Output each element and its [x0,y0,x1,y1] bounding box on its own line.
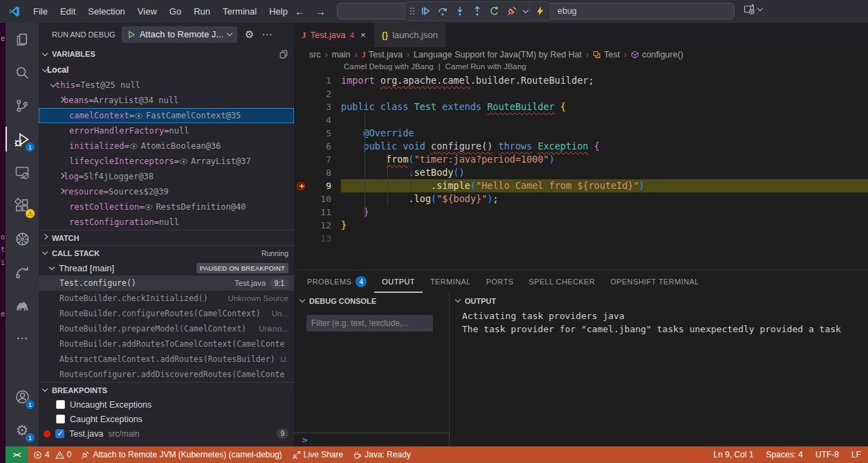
accounts-button[interactable]: 1 [6,380,39,413]
codelens-link[interactable]: Camel Run with JBang [445,62,526,71]
gutter[interactable] [294,232,309,245]
breakpoint-row[interactable]: Caught Exceptions [39,412,294,426]
breadcrumb-item[interactable]: Language Support for Java(TM) by Red Hat [414,50,582,60]
variable-row[interactable]: camelContext = FastCamelContext@35 [39,108,294,123]
java-status[interactable]: Java: Ready [353,450,411,460]
tab-launch-json[interactable]: {} launch.json [373,23,446,47]
restart-button[interactable] [486,3,503,19]
sidebar-item-remote-explorer[interactable] [6,156,39,189]
code-line[interactable]: 1import org.apache.camel.builder.RouteBu… [294,74,868,87]
debug-settings-gear-icon[interactable]: ⚙ [245,28,254,41]
code-line[interactable]: 6 public void configure() throws Excepti… [294,140,868,153]
checkbox[interactable] [56,415,65,424]
code-line[interactable]: 13 [294,232,868,245]
variable-row[interactable]: resource = Sources$2@39 [39,184,294,199]
code-line[interactable]: 7 from("timer:java?period=1000") [294,153,868,166]
breadcrumb-item[interactable]: main [332,50,351,60]
variable-row[interactable]: this = Test@25 null [39,78,294,93]
stack-frame[interactable]: Test.configure()Test.java9:1 [39,275,294,291]
hot-code-replace-button[interactable] [530,1,551,21]
output-header[interactable]: OUTPUT [450,293,868,309]
gutter[interactable] [294,166,309,179]
panel-tab-openshift-terminal[interactable]: OPENSHIFT TERMINAL [602,271,706,293]
encoding[interactable]: UTF-8 [815,450,839,460]
checkbox[interactable] [55,429,64,438]
lazy-eval-eye-icon[interactable] [129,142,138,151]
gutter[interactable] [294,192,309,206]
indentation[interactable]: Spaces: 4 [766,450,803,460]
variable-row[interactable]: log = Slf4jLogger@38 [39,169,294,184]
variable-row[interactable]: initialized = AtomicBoolean@36 [39,138,294,154]
thread-row[interactable]: Thread [main] PAUSED ON BREAKPOINT [39,260,294,275]
continue-button[interactable] [417,3,434,19]
stack-frame[interactable]: RouteBuilder.addRoutesToCamelContext(Cam… [39,336,294,352]
gutter[interactable] [294,100,309,114]
debug-target-status[interactable]: Attach to Remote JVM (Kubernetes) (camel… [81,450,281,460]
views-more-icon[interactable]: ⋯ [262,28,273,41]
step-over-button[interactable] [434,3,451,19]
stack-frame[interactable]: AbstractCamelContext.addRoutes(RoutesBui… [39,352,294,367]
watch-section-header[interactable]: WATCH [39,230,294,245]
menu-file[interactable]: File [27,0,54,23]
gutter[interactable] [294,219,309,232]
menu-view[interactable]: View [131,0,163,23]
panel-tab-ports[interactable]: PORTS [479,271,521,293]
more-views-button[interactable] [6,322,39,355]
sidebar-item-kubernetes[interactable] [6,222,39,255]
code-area[interactable]: 1import org.apache.camel.builder.RouteBu… [294,74,868,245]
step-into-button[interactable] [452,3,468,19]
code-line[interactable]: 8 .setBody() [294,166,868,179]
variable-row[interactable]: errorHandlerFactory = null [39,123,294,138]
sidebar-item-run-and-debug[interactable]: 1 [6,122,39,156]
sidebar-item-explorer[interactable] [6,23,39,56]
menu-go[interactable]: Go [163,0,187,23]
code-line[interactable]: 3public class Test extends RouteBuilder … [294,100,868,114]
breadcrumb-item[interactable]: Test [593,50,620,60]
gutter[interactable] [294,74,309,87]
breadcrumb-item[interactable]: configure() [631,50,683,60]
code-line[interactable]: 5 @Override [294,127,868,140]
menu-help[interactable]: Help [263,0,294,23]
drag-grip-icon[interactable] [407,3,416,19]
debug-console-filter-input[interactable] [306,315,433,332]
debug-console-input[interactable]: > [294,433,449,446]
gutter[interactable] [294,87,309,100]
step-out-button[interactable] [469,3,486,19]
settings-button[interactable]: ⚙ 1 [6,413,39,446]
disconnect-button[interactable] [504,3,520,19]
sidebar-item-search[interactable] [6,56,39,89]
launch-config-dropdown[interactable]: Attach to Remote J... [122,26,237,43]
menu-run[interactable]: Run [187,0,216,23]
gutter[interactable] [294,206,309,219]
gutter[interactable] [294,127,309,140]
breadcrumb-item[interactable]: src [309,50,321,60]
panel-tab-output[interactable]: OUTPUT [374,271,423,293]
lazy-eval-eye-icon[interactable] [179,157,188,166]
gutter[interactable] [294,153,309,166]
stack-frame[interactable]: RoutesConfigurer.addDiscoveredRoutes(Cam… [39,367,294,382]
sidebar-item-camel[interactable] [6,289,39,322]
gutter[interactable] [294,140,309,153]
code-line[interactable]: 2 [294,87,868,100]
code-line[interactable]: 10 .log("${body}"); [294,192,868,206]
code-line[interactable]: 11 } [294,206,868,219]
lazy-eval-eye-icon[interactable] [134,111,143,120]
nav-forward-icon[interactable]: → [315,0,326,23]
eol[interactable]: LF [851,450,861,460]
live-share-status[interactable]: Live Share [292,450,343,460]
breakpoint-row[interactable]: Uncaught Exceptions [39,397,294,412]
copy-value-icon[interactable] [279,49,288,59]
variable-row[interactable]: Local [39,62,294,78]
panel-tab-spell-checker[interactable]: SPELL CHECKER [521,271,603,293]
sidebar-item-openshift[interactable] [6,255,39,289]
problems-status[interactable]: 4 0 [33,450,71,460]
remote-indicator[interactable]: >< [6,446,28,463]
gutter[interactable] [294,114,309,127]
sidebar-item-extensions[interactable]: ⚠ [6,189,39,222]
menu-terminal[interactable]: Terminal [216,0,263,23]
panel-tab-problems[interactable]: PROBLEMS4 [299,271,374,293]
nav-back-icon[interactable]: ← [295,0,305,23]
sidebar-item-source-control[interactable] [6,89,39,122]
code-line[interactable]: 9 .simple("Hello Camel from ${routeId}") [294,179,868,192]
lazy-eval-eye-icon[interactable] [144,203,153,212]
